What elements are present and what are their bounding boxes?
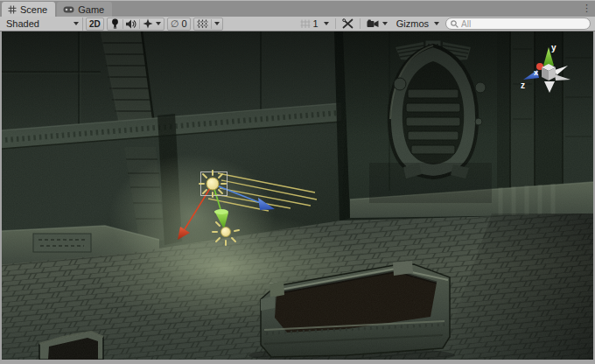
axis-y-label: y — [551, 43, 556, 52]
view-options-group — [107, 18, 164, 31]
gizmos-dropdown-arrow-icon — [434, 22, 439, 25]
tools-icon — [342, 18, 354, 29]
tab-scene[interactable]: Scene — [2, 2, 55, 17]
point-light-bulb-icon[interactable] — [221, 228, 231, 237]
tab-scene-label: Scene — [20, 4, 47, 15]
2d-button-label: 2D — [89, 19, 101, 29]
shading-mode-dropdown[interactable]: Shaded — [3, 18, 83, 31]
axis-z-label: z — [521, 80, 525, 90]
axis-x-label: x — [534, 68, 538, 77]
search-input[interactable] — [461, 19, 585, 29]
gizmo-cube[interactable] — [542, 64, 556, 80]
grid-visibility-icon[interactable] — [197, 19, 208, 29]
kebab-menu-icon[interactable]: ⋮ — [582, 3, 592, 15]
hidden-objects-count: 0 — [181, 18, 186, 29]
dropdown-arrow-icon — [74, 22, 79, 25]
snap-dropdown-arrow-icon — [324, 22, 329, 25]
gamepad-icon — [63, 6, 74, 13]
grid-icon — [8, 5, 17, 14]
unity-scene-view-window: Scene Game ⋮ Shaded 2D — [0, 0, 595, 364]
gizmos-dropdown[interactable]: Gizmos — [394, 18, 442, 31]
top-vignette — [2, 32, 593, 136]
camera-dropdown-arrow-icon — [382, 22, 388, 25]
snap-grid-value: 1 — [313, 18, 318, 29]
window-frame-bottom — [0, 360, 595, 364]
snap-grid-icon — [300, 19, 311, 29]
lamp-icon[interactable] — [110, 18, 120, 29]
audio-icon[interactable] — [126, 19, 136, 29]
2d-toggle-button[interactable]: 2D — [86, 18, 104, 31]
camera-icon — [367, 19, 380, 28]
scene-search-field[interactable] — [445, 18, 591, 30]
customize-tools-button[interactable] — [340, 18, 356, 31]
sun-gizmo-icon[interactable] — [200, 171, 226, 197]
tab-game[interactable]: Game — [57, 2, 112, 17]
search-icon — [451, 20, 458, 28]
toolbar-right-cluster: 1 Gizmos — [298, 18, 592, 31]
hidden-objects-group[interactable]: ∅ 0 — [167, 18, 191, 31]
scene-toolbar: Shaded 2D ∅ 0 — [0, 17, 595, 32]
shading-mode-label: Shaded — [6, 18, 39, 29]
grid-visibility-group — [193, 18, 223, 31]
tab-game-label: Game — [78, 4, 104, 15]
scene-viewport[interactable]: y x z — [2, 32, 593, 360]
eye-hidden-icon: ∅ — [171, 18, 179, 30]
effects-dropdown-arrow-icon[interactable] — [156, 22, 161, 25]
grid-dropdown-arrow-icon[interactable] — [214, 22, 220, 25]
tab-bar: Scene Game ⋮ — [0, 0, 595, 17]
camera-settings-button[interactable] — [364, 18, 390, 31]
gizmos-label: Gizmos — [396, 18, 429, 29]
snap-grid-group[interactable]: 1 — [298, 18, 332, 31]
effects-icon[interactable] — [143, 18, 153, 29]
